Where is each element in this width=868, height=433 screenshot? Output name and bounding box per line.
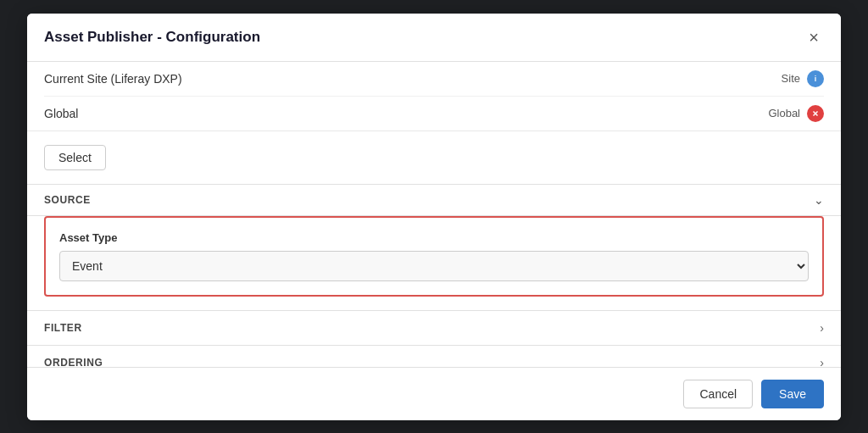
modal-header: Asset Publisher - Configuration ×	[27, 14, 841, 62]
global-tag-label: Global	[768, 107, 800, 119]
site-name: Current Site (Liferay DXP)	[44, 72, 182, 86]
site-tag-label: Site	[782, 72, 800, 85]
filter-header-label: FILTER	[44, 322, 82, 334]
select-button[interactable]: Select	[44, 145, 106, 170]
site-row-right: Site i	[782, 70, 824, 87]
site-name: Global	[44, 107, 78, 120]
ordering-header-label: ORDERING	[44, 357, 103, 367]
cancel-button[interactable]: Cancel	[683, 380, 753, 408]
site-list: Current Site (Liferay DXP) Site i Global	[27, 62, 841, 131]
asset-type-inner: Asset Type Event Blog Entry Document Web…	[59, 231, 809, 281]
modal-title: Asset Publisher - Configuration	[44, 29, 260, 46]
modal-footer: Cancel Save	[27, 367, 841, 420]
source-header-label: SOURCE	[44, 194, 91, 206]
modal-dialog: Asset Publisher - Configuration × Curren…	[27, 14, 841, 420]
site-row: Current Site (Liferay DXP) Site i	[44, 62, 824, 97]
remove-icon[interactable]	[807, 105, 824, 122]
save-button[interactable]: Save	[761, 380, 824, 408]
site-icon-blue[interactable]: i	[807, 70, 824, 87]
modal-overlay: Asset Publisher - Configuration × Curren…	[0, 0, 868, 433]
asset-type-section: Asset Type Event Blog Entry Document Web…	[44, 216, 824, 297]
select-btn-section: Select	[27, 131, 841, 184]
ordering-header[interactable]: ORDERING ›	[27, 346, 841, 367]
site-row-right: Global	[768, 105, 824, 122]
site-row: Global Global	[44, 97, 824, 130]
source-chevron-icon: ⌄	[814, 193, 824, 207]
asset-type-select[interactable]: Event Blog Entry Document Web Content Ar…	[59, 251, 809, 281]
ordering-chevron-icon: ›	[820, 356, 824, 367]
ordering-section: ORDERING ›	[27, 345, 841, 367]
source-section-header[interactable]: SOURCE ⌄	[27, 184, 841, 216]
filter-chevron-icon: ›	[820, 321, 824, 335]
modal-body: Current Site (Liferay DXP) Site i Global	[27, 62, 841, 367]
filter-header[interactable]: FILTER ›	[27, 311, 841, 345]
filter-section: FILTER ›	[27, 310, 841, 345]
svg-text:i: i	[815, 75, 817, 83]
asset-type-label: Asset Type	[59, 231, 809, 244]
close-button[interactable]: ×	[804, 27, 824, 47]
